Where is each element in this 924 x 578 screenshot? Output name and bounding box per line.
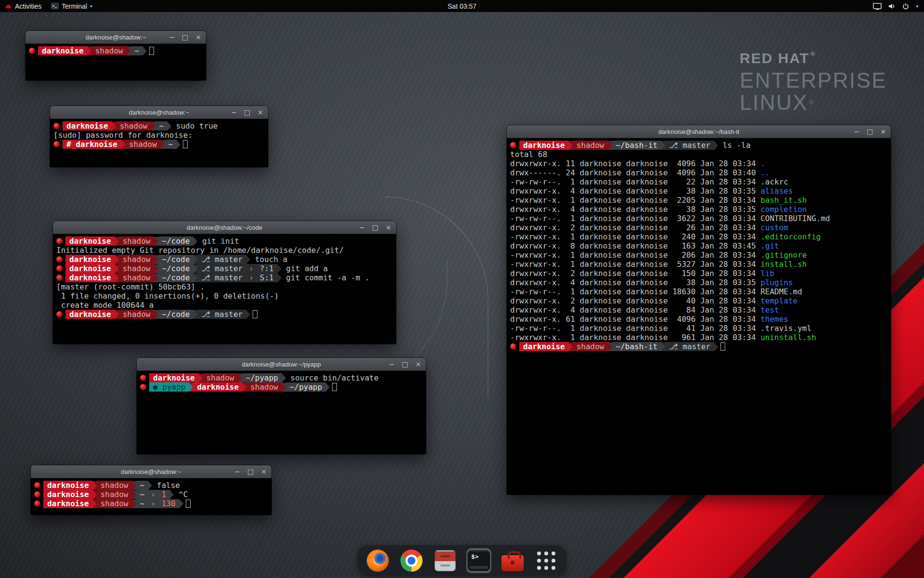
close-button[interactable]: ×: [261, 468, 267, 475]
minimize-button[interactable]: −: [854, 128, 860, 135]
terminal-content[interactable]: darknoiseshadow~/pyapp source bin/activa…: [137, 371, 426, 454]
window-titlebar[interactable]: darknoise@shadow:~−□×: [31, 465, 271, 478]
dock-show-apps[interactable]: [534, 548, 559, 573]
window-titlebar[interactable]: darknoise@shadow:~/code−□×: [53, 221, 396, 234]
prompt-segment-host: shadow: [91, 46, 127, 55]
dock-terminal[interactable]: $>: [466, 548, 491, 573]
terminal-window[interactable]: darknoise@shadow:~−□×darknoiseshadow~ su…: [50, 106, 268, 167]
prompt-arrow-icon: [154, 310, 158, 319]
prompt-segment-git: ⎇ master: [197, 273, 246, 282]
terminal-text: -rwxrwxr-x. 1 darknoise darknoise 240 Ja…: [510, 232, 760, 241]
terminal-text: git init: [197, 236, 239, 246]
terminal-text: test: [760, 305, 779, 315]
terminal-window[interactable]: darknoise@shadow:~/bash-it−□×darknoisesh…: [507, 125, 891, 495]
terminal-icon: [51, 3, 59, 9]
prompt-segment-host: shadow: [119, 264, 154, 273]
terminal-window[interactable]: darknoise@shadow:~−□×darknoiseshadow~: [26, 31, 206, 80]
window-titlebar[interactable]: darknoise@shadow:~/pyapp−□×: [137, 358, 426, 371]
close-button[interactable]: ×: [415, 361, 421, 368]
terminal-cursor: [149, 47, 154, 55]
window-controls: −□×: [231, 106, 263, 118]
terminal-text: git commit -a -m .: [282, 273, 370, 282]
terminal-content[interactable]: darknoiseshadow~ falsedarknoiseshadow~›1…: [31, 478, 271, 515]
minimize-button[interactable]: −: [234, 468, 240, 475]
terminal-line: # darknoiseshadow~: [53, 140, 265, 149]
terminal-cursor: [720, 342, 725, 351]
terminal-content[interactable]: darknoiseshadow~: [26, 44, 206, 80]
redhat-prompt-icon: [140, 384, 146, 390]
grid-dot: [537, 559, 541, 563]
terminal-window[interactable]: darknoise@shadow:~/code−□×darknoiseshado…: [53, 221, 396, 344]
grid-dot: [552, 559, 555, 563]
prompt-arrow-icon: [278, 264, 282, 273]
terminal-line: darknoiseshadow~/bash-it⎇ master: [510, 342, 887, 351]
dock-files[interactable]: [433, 548, 458, 573]
terminal-text: -rwxrwxr-x. 1 darknoise darknoise 206 Ja…: [510, 250, 760, 260]
terminal-text: false: [152, 481, 180, 490]
terminal-text: sudo true: [171, 121, 218, 131]
dock-toolbox[interactable]: [500, 548, 525, 573]
terminal-line: [sudo] password for darknoise:: [53, 131, 265, 140]
system-menu[interactable]: ▾: [873, 2, 924, 10]
terminal-line: Initialized empty Git repository in /hom…: [56, 246, 393, 255]
prompt-arrow-icon: [282, 383, 286, 392]
dock-firefox[interactable]: [365, 548, 390, 573]
terminal-text: lib: [760, 269, 774, 278]
terminal-text: drwxrwxr-x. 61 darknoise darknoise 4096 …: [510, 315, 760, 324]
maximize-button[interactable]: □: [867, 128, 873, 135]
terminal-text: template: [760, 296, 797, 305]
prompt-segment-git: ?:1: [256, 264, 278, 273]
terminal-content[interactable]: darknoiseshadow~ sudo true[sudo] passwor…: [50, 119, 268, 167]
minimize-button[interactable]: −: [389, 361, 395, 368]
prompt-segment-user: darknoise: [43, 499, 93, 508]
terminal-line: drwxrwxr-x. 4 darknoise darknoise 38 Jan…: [510, 278, 887, 287]
prompt-segment-host: shadow: [119, 236, 154, 246]
terminal-icon-glyph: $>: [471, 553, 479, 560]
top-bar: Activities Terminal ▾ Sat 03:57: [0, 0, 924, 12]
maximize-button[interactable]: □: [402, 361, 408, 368]
dock-chrome[interactable]: [399, 548, 424, 573]
app-menu-label: Terminal: [62, 2, 87, 10]
close-button[interactable]: ×: [880, 128, 886, 135]
terminal-line: -rwxrwxr-x. 1 darknoise darknoise 961 Ja…: [510, 333, 887, 342]
prompt-segment-user: darknoise: [193, 382, 243, 392]
maximize-button[interactable]: □: [182, 34, 188, 40]
prompt-segment-user: darknoise: [65, 310, 115, 319]
terminal-window[interactable]: darknoise@shadow:~−□×darknoiseshadow~ fa…: [31, 465, 271, 515]
close-button[interactable]: ×: [257, 109, 263, 116]
terminal-text: drwxrwxr-x. 2 darknoise darknoise 150 Ja…: [510, 269, 760, 278]
close-button[interactable]: ×: [385, 224, 391, 231]
prompt-segment-user: darknoise: [43, 481, 93, 490]
app-menu-terminal[interactable]: Terminal ▾: [46, 0, 97, 12]
minimize-button[interactable]: −: [169, 34, 175, 40]
terminal-content[interactable]: darknoiseshadow~/code git initInitialize…: [53, 234, 396, 344]
prompt-arrow-icon: [154, 237, 158, 246]
terminal-window[interactable]: darknoise@shadow:~/pyapp−□×darknoiseshad…: [137, 358, 426, 454]
terminal-text: -rwxrwxr-x. 1 darknoise darknoise 2205 J…: [510, 196, 760, 205]
terminal-text: bash_it.sh: [760, 196, 807, 205]
window-titlebar[interactable]: darknoise@shadow:~−□×: [26, 31, 206, 44]
window-titlebar[interactable]: darknoise@shadow:~−□×: [50, 106, 268, 119]
prompt-segment-host: shadow: [246, 382, 282, 392]
prompt-arrow-icon: [154, 264, 158, 273]
prompt-arrow-icon: [180, 499, 183, 508]
window-titlebar[interactable]: darknoise@shadow:~/bash-it−□×: [507, 125, 891, 138]
maximize-button[interactable]: □: [372, 224, 378, 231]
terminal-cursor: [253, 310, 257, 318]
dock: $>: [358, 545, 566, 576]
prompt-segment-path: ~/pyapp: [286, 382, 326, 392]
window-title: darknoise@shadow:~: [86, 34, 146, 41]
prompt-arrow-icon: [569, 141, 573, 150]
maximize-button[interactable]: □: [244, 109, 250, 116]
clock[interactable]: Sat 03:57: [443, 0, 481, 12]
close-button[interactable]: ×: [195, 34, 201, 40]
terminal-content[interactable]: darknoiseshadow~/bash-it⎇ master ls -lat…: [507, 138, 891, 495]
minimize-button[interactable]: −: [359, 224, 365, 231]
activities-button[interactable]: Activities: [0, 0, 46, 12]
prompt-arrow-icon: [193, 237, 197, 246]
minimize-button[interactable]: −: [231, 109, 237, 116]
redhat-prompt-icon: [29, 48, 35, 54]
maximize-button[interactable]: □: [247, 468, 254, 475]
terminal-cursor: [183, 140, 188, 148]
terminal-text: git add a: [282, 264, 328, 273]
